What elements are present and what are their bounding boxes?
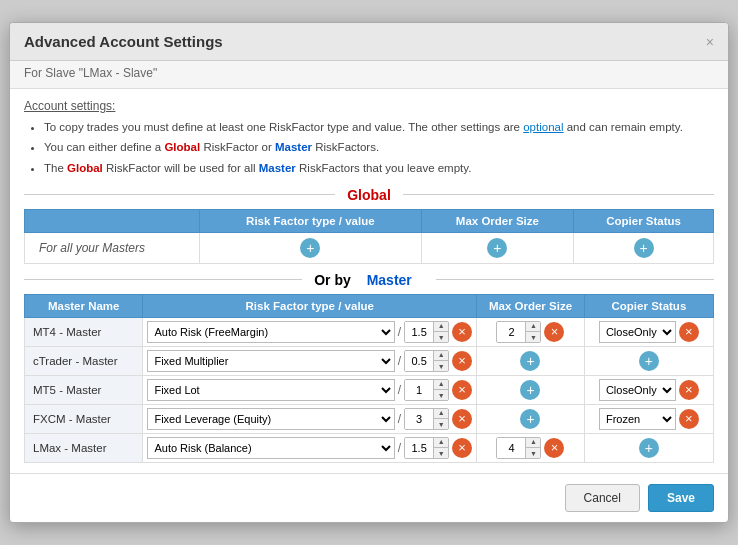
slash-0: / (398, 325, 401, 339)
bullet-list: To copy trades you must define at least … (24, 119, 714, 177)
table-row: cTrader - Master Fixed Multiplier Auto R… (25, 346, 714, 375)
master-copier-cell-1: + (584, 346, 713, 375)
rf-value-down-1[interactable]: ▼ (434, 361, 448, 372)
rf-value-down-0[interactable]: ▼ (434, 332, 448, 343)
max-order-input-4[interactable] (497, 437, 525, 459)
rf-value-up-3[interactable]: ▲ (434, 408, 448, 419)
slash-1: / (398, 354, 401, 368)
global-divider-line-right (403, 194, 714, 195)
master-divider: Or by Master (24, 272, 714, 288)
master-col-copier: Copier Status (584, 294, 713, 317)
global-row-label: For all your Masters (25, 232, 200, 263)
max-order-remove-btn-0[interactable]: × (544, 322, 564, 342)
rf-value-down-2[interactable]: ▼ (434, 390, 448, 401)
rf-value-up-1[interactable]: ▲ (434, 350, 448, 361)
cancel-button[interactable]: Cancel (565, 484, 640, 512)
global-copier-add-button[interactable]: + (634, 238, 654, 258)
master-name-4: LMax - Master (25, 433, 143, 462)
rf-value-up-0[interactable]: ▲ (434, 321, 448, 332)
master-risk-cell-4: Auto Risk (Balance) Auto Risk (FreeMargi… (143, 433, 477, 462)
table-row: MT5 - Master Fixed Lot Auto Risk (FreeMa… (25, 375, 714, 404)
copier-remove-btn-0[interactable]: × (679, 322, 699, 342)
global-copier-add-cell: + (574, 232, 714, 263)
max-order-down-0[interactable]: ▼ (526, 332, 540, 343)
rf-value-down-4[interactable]: ▼ (434, 448, 448, 459)
rf-value-spinner-4: ▲ ▼ (404, 437, 449, 459)
global-risk-add-button[interactable]: + (300, 238, 320, 258)
max-order-spinner-btns-0: ▲ ▼ (525, 321, 540, 343)
max-order-input-0[interactable] (497, 321, 525, 343)
modal-title: Advanced Account Settings (24, 33, 223, 50)
max-order-add-btn-2[interactable]: + (520, 380, 540, 400)
slash-4: / (398, 441, 401, 455)
close-button[interactable]: × (706, 34, 714, 50)
copier-add-btn-1[interactable]: + (639, 351, 659, 371)
global-col-max-order: Max Order Size (421, 209, 574, 232)
rf-value-spinner-1: ▲ ▼ (404, 350, 449, 372)
rf-type-select-0[interactable]: Auto Risk (FreeMargin) Fixed Multiplier … (147, 321, 394, 343)
max-order-remove-btn-4[interactable]: × (544, 438, 564, 458)
rf-value-spinner-2: ▲ ▼ (404, 379, 449, 401)
table-row: LMax - Master Auto Risk (Balance) Auto R… (25, 433, 714, 462)
rf-remove-btn-0[interactable]: × (452, 322, 472, 342)
save-button[interactable]: Save (648, 484, 714, 512)
master-text-1: Master (275, 141, 312, 153)
rf-value-spinner-btns-2: ▲ ▼ (433, 379, 448, 401)
max-order-add-btn-1[interactable]: + (520, 351, 540, 371)
rf-type-select-3[interactable]: Fixed Leverage (Equity) Auto Risk (FreeM… (147, 408, 394, 430)
master-name-0: MT4 - Master (25, 317, 143, 346)
rf-type-select-1[interactable]: Fixed Multiplier Auto Risk (FreeMargin) … (147, 350, 394, 372)
max-order-up-4[interactable]: ▲ (526, 437, 540, 448)
rf-remove-btn-4[interactable]: × (452, 438, 472, 458)
copier-select-0[interactable]: CloseOnly Frozen Active (599, 321, 676, 343)
copier-select-2[interactable]: CloseOnly Frozen Active (599, 379, 676, 401)
global-text-1: Global (164, 141, 200, 153)
rf-remove-btn-3[interactable]: × (452, 409, 472, 429)
copier-remove-btn-3[interactable]: × (679, 409, 699, 429)
copier-remove-btn-2[interactable]: × (679, 380, 699, 400)
max-order-spinner-0: ▲ ▼ (496, 321, 541, 343)
master-name-1: cTrader - Master (25, 346, 143, 375)
master-risk-cell-2: Fixed Lot Auto Risk (FreeMargin) Fixed M… (143, 375, 477, 404)
rf-remove-btn-1[interactable]: × (452, 351, 472, 371)
copier-select-3[interactable]: Frozen CloseOnly Active (599, 408, 676, 430)
table-row: MT4 - Master Auto Risk (FreeMargin) Fixe… (25, 317, 714, 346)
modal-body: Account settings: To copy trades you mus… (10, 89, 728, 473)
rf-value-up-2[interactable]: ▲ (434, 379, 448, 390)
rf-value-spinner-3: ▲ ▼ (404, 408, 449, 430)
rf-type-select-2[interactable]: Fixed Lot Auto Risk (FreeMargin) Fixed M… (147, 379, 394, 401)
master-max-order-cell-3: + (477, 404, 585, 433)
rf-value-down-3[interactable]: ▼ (434, 419, 448, 430)
master-section-divider-label: Or by Master (302, 272, 436, 288)
rf-value-input-3[interactable] (405, 408, 433, 430)
master-text-2: Master (259, 162, 296, 174)
master-col-risk: Risk Factor type / value (143, 294, 477, 317)
rf-value-input-4[interactable] (405, 437, 433, 459)
rf-value-up-4[interactable]: ▲ (434, 437, 448, 448)
master-copier-cell-2: CloseOnly Frozen Active × (584, 375, 713, 404)
global-text-2: Global (67, 162, 103, 174)
max-order-spinner-btns-4: ▲ ▼ (525, 437, 540, 459)
master-name-3: FXCM - Master (25, 404, 143, 433)
rf-value-input-0[interactable] (405, 321, 433, 343)
global-divider-line-left (24, 194, 335, 195)
optional-link: optional (523, 121, 563, 133)
master-risk-cell-1: Fixed Multiplier Auto Risk (FreeMargin) … (143, 346, 477, 375)
rf-type-select-4[interactable]: Auto Risk (Balance) Auto Risk (FreeMargi… (147, 437, 394, 459)
master-max-order-cell-2: + (477, 375, 585, 404)
rf-value-input-1[interactable] (405, 350, 433, 372)
bullet-3: The Global RiskFactor will be used for a… (44, 160, 714, 177)
copier-add-btn-4[interactable]: + (639, 438, 659, 458)
slash-2: / (398, 383, 401, 397)
master-max-order-cell-1: + (477, 346, 585, 375)
global-max-order-add-button[interactable]: + (487, 238, 507, 258)
master-risk-cell-3: Fixed Leverage (Equity) Auto Risk (FreeM… (143, 404, 477, 433)
global-col-risk: Risk Factor type / value (200, 209, 422, 232)
master-col-max-order: Max Order Size (477, 294, 585, 317)
max-order-add-btn-3[interactable]: + (520, 409, 540, 429)
max-order-down-4[interactable]: ▼ (526, 448, 540, 459)
global-col-empty (25, 209, 200, 232)
rf-value-input-2[interactable] (405, 379, 433, 401)
max-order-up-0[interactable]: ▲ (526, 321, 540, 332)
rf-remove-btn-2[interactable]: × (452, 380, 472, 400)
